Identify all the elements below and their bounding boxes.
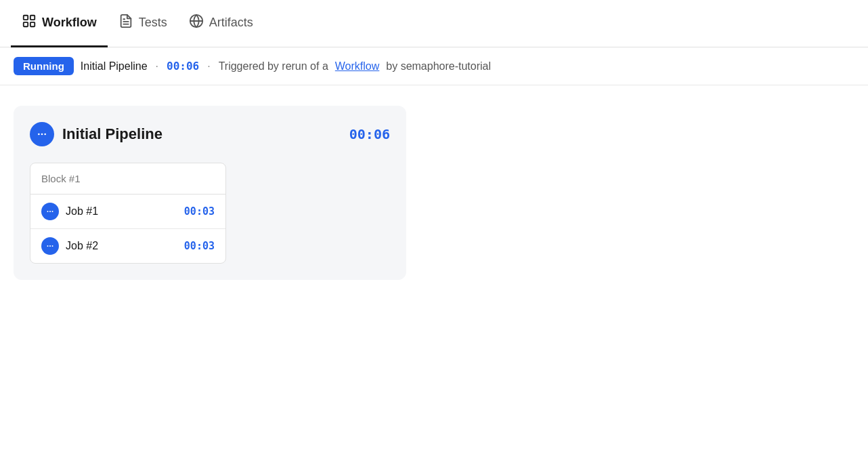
main-content: Initial Pipeline 00:06 Block #1 Job #1 0… xyxy=(0,85,868,300)
status-workflow-link[interactable]: Workflow xyxy=(335,60,380,73)
svg-point-14 xyxy=(52,211,53,212)
status-sep2: · xyxy=(207,60,210,73)
tab-bar: Workflow Tests Artifacts xyxy=(0,0,868,47)
tab-tests[interactable]: Tests xyxy=(108,1,178,47)
block-card: Block #1 Job #1 00:03 Job #2 00:03 xyxy=(30,163,226,264)
job1-status-icon xyxy=(41,203,59,220)
status-badge: Running xyxy=(14,57,74,75)
job1-timer: 00:03 xyxy=(184,205,215,218)
status-suffix: by semaphore-tutorial xyxy=(386,60,491,73)
svg-rect-3 xyxy=(30,22,35,26)
artifacts-icon xyxy=(189,14,204,32)
status-timer: 00:06 xyxy=(167,60,199,73)
svg-rect-2 xyxy=(24,22,28,26)
job1-name: Job #1 xyxy=(66,205,177,218)
svg-rect-1 xyxy=(30,16,35,20)
pipeline-card: Initial Pipeline 00:06 Block #1 Job #1 0… xyxy=(14,106,406,280)
tab-workflow[interactable]: Workflow xyxy=(11,1,108,47)
svg-point-9 xyxy=(38,134,40,136)
svg-point-15 xyxy=(47,245,49,247)
job-row-2[interactable]: Job #2 00:03 xyxy=(30,229,225,263)
pipeline-status-icon xyxy=(30,122,54,146)
pipeline-header: Initial Pipeline 00:06 xyxy=(30,122,390,146)
job2-name: Job #2 xyxy=(66,240,177,252)
status-sep1: · xyxy=(156,60,158,73)
job2-status-icon xyxy=(41,237,59,255)
tab-artifacts-label: Artifacts xyxy=(209,16,253,30)
tests-icon xyxy=(118,14,133,32)
block-header: Block #1 xyxy=(30,163,225,195)
svg-point-16 xyxy=(49,245,51,247)
svg-point-17 xyxy=(52,245,53,247)
pipeline-timer: 00:06 xyxy=(349,126,390,142)
job-row-1[interactable]: Job #1 00:03 xyxy=(30,195,225,229)
status-prefix: Triggered by rerun of a xyxy=(219,60,328,73)
status-pipeline-name: Initial Pipeline xyxy=(81,60,148,73)
svg-rect-0 xyxy=(24,16,28,20)
svg-point-13 xyxy=(49,211,51,212)
svg-point-12 xyxy=(47,211,49,212)
job2-timer: 00:03 xyxy=(184,240,215,252)
status-bar: Running Initial Pipeline · 00:06 · Trigg… xyxy=(0,47,868,85)
tab-artifacts[interactable]: Artifacts xyxy=(178,1,264,47)
pipeline-title: Initial Pipeline xyxy=(62,125,341,143)
svg-point-11 xyxy=(44,134,46,136)
tab-tests-label: Tests xyxy=(139,16,167,30)
svg-point-10 xyxy=(41,134,43,136)
tab-workflow-label: Workflow xyxy=(42,16,97,30)
workflow-icon xyxy=(22,14,37,32)
